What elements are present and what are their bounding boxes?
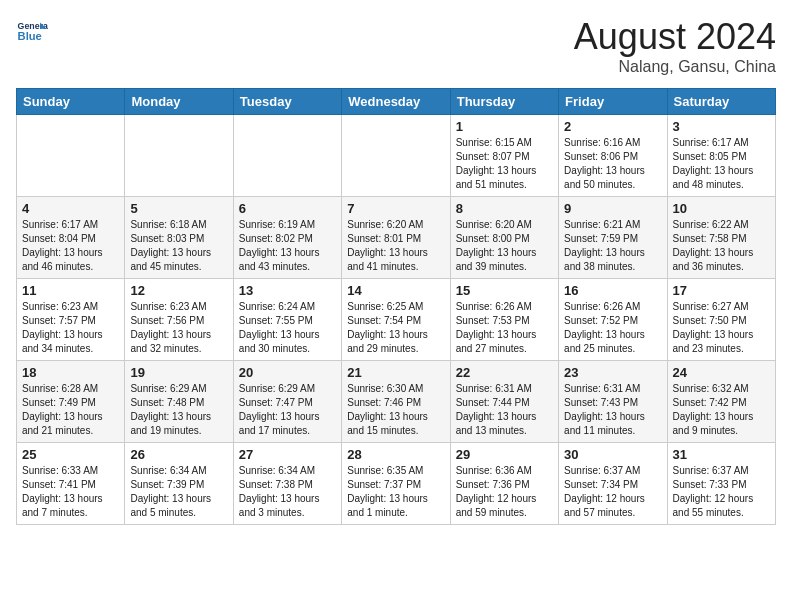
day-number: 29 — [456, 447, 553, 462]
calendar-cell: 17Sunrise: 6:27 AM Sunset: 7:50 PM Dayli… — [667, 279, 775, 361]
day-info: Sunrise: 6:18 AM Sunset: 8:03 PM Dayligh… — [130, 218, 227, 274]
calendar-cell: 8Sunrise: 6:20 AM Sunset: 8:00 PM Daylig… — [450, 197, 558, 279]
logo: General Blue — [16, 16, 48, 48]
day-number: 6 — [239, 201, 336, 216]
calendar-cell: 28Sunrise: 6:35 AM Sunset: 7:37 PM Dayli… — [342, 443, 450, 525]
day-number: 12 — [130, 283, 227, 298]
day-number: 30 — [564, 447, 661, 462]
week-row-4: 18Sunrise: 6:28 AM Sunset: 7:49 PM Dayli… — [17, 361, 776, 443]
calendar-cell: 21Sunrise: 6:30 AM Sunset: 7:46 PM Dayli… — [342, 361, 450, 443]
calendar-cell: 29Sunrise: 6:36 AM Sunset: 7:36 PM Dayli… — [450, 443, 558, 525]
week-row-5: 25Sunrise: 6:33 AM Sunset: 7:41 PM Dayli… — [17, 443, 776, 525]
day-info: Sunrise: 6:29 AM Sunset: 7:47 PM Dayligh… — [239, 382, 336, 438]
day-number: 5 — [130, 201, 227, 216]
day-info: Sunrise: 6:37 AM Sunset: 7:33 PM Dayligh… — [673, 464, 770, 520]
day-info: Sunrise: 6:22 AM Sunset: 7:58 PM Dayligh… — [673, 218, 770, 274]
calendar-cell: 19Sunrise: 6:29 AM Sunset: 7:48 PM Dayli… — [125, 361, 233, 443]
week-row-2: 4Sunrise: 6:17 AM Sunset: 8:04 PM Daylig… — [17, 197, 776, 279]
day-info: Sunrise: 6:30 AM Sunset: 7:46 PM Dayligh… — [347, 382, 444, 438]
calendar-cell: 12Sunrise: 6:23 AM Sunset: 7:56 PM Dayli… — [125, 279, 233, 361]
day-number: 28 — [347, 447, 444, 462]
svg-text:Blue: Blue — [18, 30, 42, 42]
weekday-header-monday: Monday — [125, 89, 233, 115]
calendar-cell: 26Sunrise: 6:34 AM Sunset: 7:39 PM Dayli… — [125, 443, 233, 525]
calendar-cell: 3Sunrise: 6:17 AM Sunset: 8:05 PM Daylig… — [667, 115, 775, 197]
location: Nalang, Gansu, China — [574, 58, 776, 76]
day-number: 13 — [239, 283, 336, 298]
weekday-header-sunday: Sunday — [17, 89, 125, 115]
calendar-cell — [342, 115, 450, 197]
calendar-cell: 7Sunrise: 6:20 AM Sunset: 8:01 PM Daylig… — [342, 197, 450, 279]
day-info: Sunrise: 6:26 AM Sunset: 7:52 PM Dayligh… — [564, 300, 661, 356]
day-number: 22 — [456, 365, 553, 380]
day-number: 18 — [22, 365, 119, 380]
day-number: 25 — [22, 447, 119, 462]
day-info: Sunrise: 6:21 AM Sunset: 7:59 PM Dayligh… — [564, 218, 661, 274]
calendar-cell — [125, 115, 233, 197]
calendar-cell: 2Sunrise: 6:16 AM Sunset: 8:06 PM Daylig… — [559, 115, 667, 197]
day-info: Sunrise: 6:31 AM Sunset: 7:44 PM Dayligh… — [456, 382, 553, 438]
day-number: 9 — [564, 201, 661, 216]
calendar-cell: 6Sunrise: 6:19 AM Sunset: 8:02 PM Daylig… — [233, 197, 341, 279]
calendar-cell: 20Sunrise: 6:29 AM Sunset: 7:47 PM Dayli… — [233, 361, 341, 443]
day-info: Sunrise: 6:32 AM Sunset: 7:42 PM Dayligh… — [673, 382, 770, 438]
weekday-header-row: SundayMondayTuesdayWednesdayThursdayFrid… — [17, 89, 776, 115]
weekday-header-friday: Friday — [559, 89, 667, 115]
day-number: 7 — [347, 201, 444, 216]
day-info: Sunrise: 6:15 AM Sunset: 8:07 PM Dayligh… — [456, 136, 553, 192]
day-info: Sunrise: 6:34 AM Sunset: 7:39 PM Dayligh… — [130, 464, 227, 520]
calendar-cell: 31Sunrise: 6:37 AM Sunset: 7:33 PM Dayli… — [667, 443, 775, 525]
day-info: Sunrise: 6:20 AM Sunset: 8:00 PM Dayligh… — [456, 218, 553, 274]
day-number: 19 — [130, 365, 227, 380]
day-number: 24 — [673, 365, 770, 380]
weekday-header-thursday: Thursday — [450, 89, 558, 115]
day-info: Sunrise: 6:17 AM Sunset: 8:04 PM Dayligh… — [22, 218, 119, 274]
weekday-header-saturday: Saturday — [667, 89, 775, 115]
calendar-cell: 13Sunrise: 6:24 AM Sunset: 7:55 PM Dayli… — [233, 279, 341, 361]
day-info: Sunrise: 6:19 AM Sunset: 8:02 PM Dayligh… — [239, 218, 336, 274]
calendar-cell: 25Sunrise: 6:33 AM Sunset: 7:41 PM Dayli… — [17, 443, 125, 525]
day-info: Sunrise: 6:34 AM Sunset: 7:38 PM Dayligh… — [239, 464, 336, 520]
day-number: 16 — [564, 283, 661, 298]
weekday-header-wednesday: Wednesday — [342, 89, 450, 115]
day-number: 8 — [456, 201, 553, 216]
day-info: Sunrise: 6:35 AM Sunset: 7:37 PM Dayligh… — [347, 464, 444, 520]
calendar-cell: 27Sunrise: 6:34 AM Sunset: 7:38 PM Dayli… — [233, 443, 341, 525]
calendar-cell: 10Sunrise: 6:22 AM Sunset: 7:58 PM Dayli… — [667, 197, 775, 279]
day-info: Sunrise: 6:26 AM Sunset: 7:53 PM Dayligh… — [456, 300, 553, 356]
day-number: 2 — [564, 119, 661, 134]
day-info: Sunrise: 6:23 AM Sunset: 7:57 PM Dayligh… — [22, 300, 119, 356]
day-info: Sunrise: 6:23 AM Sunset: 7:56 PM Dayligh… — [130, 300, 227, 356]
day-info: Sunrise: 6:33 AM Sunset: 7:41 PM Dayligh… — [22, 464, 119, 520]
day-number: 26 — [130, 447, 227, 462]
day-info: Sunrise: 6:28 AM Sunset: 7:49 PM Dayligh… — [22, 382, 119, 438]
month-year: August 2024 — [574, 16, 776, 58]
day-info: Sunrise: 6:31 AM Sunset: 7:43 PM Dayligh… — [564, 382, 661, 438]
day-info: Sunrise: 6:25 AM Sunset: 7:54 PM Dayligh… — [347, 300, 444, 356]
day-number: 21 — [347, 365, 444, 380]
calendar-cell: 5Sunrise: 6:18 AM Sunset: 8:03 PM Daylig… — [125, 197, 233, 279]
calendar-cell: 11Sunrise: 6:23 AM Sunset: 7:57 PM Dayli… — [17, 279, 125, 361]
week-row-1: 1Sunrise: 6:15 AM Sunset: 8:07 PM Daylig… — [17, 115, 776, 197]
day-number: 4 — [22, 201, 119, 216]
calendar-cell: 18Sunrise: 6:28 AM Sunset: 7:49 PM Dayli… — [17, 361, 125, 443]
title-block: August 2024 Nalang, Gansu, China — [574, 16, 776, 76]
day-number: 31 — [673, 447, 770, 462]
day-info: Sunrise: 6:37 AM Sunset: 7:34 PM Dayligh… — [564, 464, 661, 520]
page-header: General Blue August 2024 Nalang, Gansu, … — [16, 16, 776, 76]
day-number: 1 — [456, 119, 553, 134]
calendar-cell — [17, 115, 125, 197]
week-row-3: 11Sunrise: 6:23 AM Sunset: 7:57 PM Dayli… — [17, 279, 776, 361]
day-info: Sunrise: 6:17 AM Sunset: 8:05 PM Dayligh… — [673, 136, 770, 192]
day-info: Sunrise: 6:20 AM Sunset: 8:01 PM Dayligh… — [347, 218, 444, 274]
day-number: 11 — [22, 283, 119, 298]
calendar-cell: 16Sunrise: 6:26 AM Sunset: 7:52 PM Dayli… — [559, 279, 667, 361]
day-info: Sunrise: 6:24 AM Sunset: 7:55 PM Dayligh… — [239, 300, 336, 356]
day-info: Sunrise: 6:16 AM Sunset: 8:06 PM Dayligh… — [564, 136, 661, 192]
day-info: Sunrise: 6:27 AM Sunset: 7:50 PM Dayligh… — [673, 300, 770, 356]
calendar-cell: 22Sunrise: 6:31 AM Sunset: 7:44 PM Dayli… — [450, 361, 558, 443]
day-info: Sunrise: 6:29 AM Sunset: 7:48 PM Dayligh… — [130, 382, 227, 438]
day-number: 10 — [673, 201, 770, 216]
calendar-cell: 9Sunrise: 6:21 AM Sunset: 7:59 PM Daylig… — [559, 197, 667, 279]
day-number: 27 — [239, 447, 336, 462]
